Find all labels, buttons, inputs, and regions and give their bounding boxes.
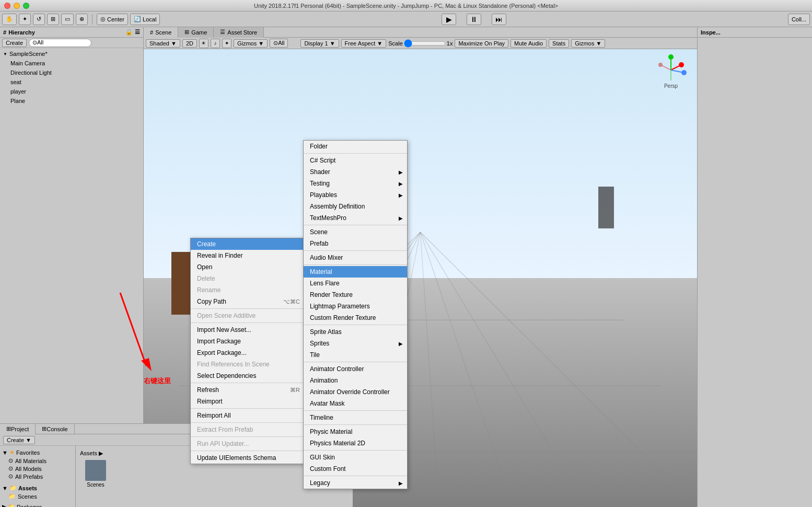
ctx-gui-skin-item[interactable]: GUI Skin	[304, 452, 407, 463]
ctx-playables-item[interactable]: Playables ▶	[304, 189, 407, 201]
ctx-avatar-mask-item[interactable]: Avatar Mask	[304, 398, 407, 409]
ctx-import-new-item[interactable]: Import New Asset...	[191, 324, 312, 336]
hierarchy-item-label: Directional Light	[10, 70, 52, 76]
ctx-animator-override-item[interactable]: Animator Override Controller	[304, 386, 407, 398]
main-toolbar: ✋ ✦ ↺ ⊞ ▭ ⊕ ◎ Center 🔄 Local ▶ ⏸ ⏭ Coll.…	[0, 11, 812, 27]
scenes-asset-item[interactable]: Scenes	[80, 460, 111, 488]
all-prefabs-item[interactable]: ⊙ All Prefabs	[2, 473, 73, 480]
minimize-button[interactable]	[14, 3, 20, 9]
ctx-custom-font-item[interactable]: Custom Font	[304, 463, 407, 475]
ctx-lens-flare-item[interactable]: Lens Flare	[304, 278, 407, 289]
rect-tool[interactable]: ▭	[61, 14, 74, 25]
ctx-export-package-item[interactable]: Export Package...	[191, 347, 312, 359]
move-tool[interactable]: ✦	[19, 14, 31, 25]
project-tab[interactable]: ⊞ Project	[0, 424, 36, 434]
scale-slider[interactable]	[404, 39, 446, 48]
ctx-create-item[interactable]: Create ▶	[191, 238, 312, 250]
audio-icon[interactable]: ♪	[211, 39, 220, 48]
ctx-testing-item[interactable]: Testing ▶	[304, 178, 407, 189]
ctx-select-deps-item[interactable]: Select Dependencies	[191, 370, 312, 382]
ctx-animation-item[interactable]: Animation	[304, 375, 407, 386]
packages-section-header[interactable]: ▶ 📁 Packages	[2, 502, 73, 507]
mute-audio-btn[interactable]: Mute Audio	[511, 39, 547, 48]
collab-button[interactable]: Coll...	[788, 14, 810, 25]
ctx-assembly-def-item[interactable]: Assembly Definition	[304, 201, 407, 212]
all-models-item[interactable]: ⊙ All Models	[2, 465, 73, 473]
ctx-audio-mixer-item[interactable]: Audio Mixer	[304, 252, 407, 263]
close-button[interactable]	[4, 3, 10, 9]
ctx-tile-item[interactable]: Tile	[304, 349, 407, 361]
ctx-physic-mat-item[interactable]: Physic Material	[304, 426, 407, 437]
ctx-scene-item[interactable]: Scene	[304, 226, 407, 238]
ctx-select-deps-label: Select Dependencies	[197, 372, 256, 379]
ctx-copy-path-item[interactable]: Copy Path ⌥⌘C	[191, 296, 312, 307]
project-create-btn[interactable]: Create ▼	[3, 436, 35, 444]
maximize-on-play-btn[interactable]: Maximize On Play	[455, 39, 508, 48]
ctx-sprite-atlas-item[interactable]: Sprite Atlas	[304, 326, 407, 338]
ctx-reimport-item[interactable]: Reimport	[191, 396, 312, 407]
hierarchy-plane-item[interactable]: Plane	[0, 96, 143, 106]
ctx-shader-item[interactable]: Shader ▶	[304, 166, 407, 178]
ctx-textmeshpro-item[interactable]: TextMeshPro ▶	[304, 212, 407, 224]
aspect-dropdown[interactable]: Free Aspect ▼	[341, 39, 387, 48]
hand-tool[interactable]: ✋	[2, 14, 17, 25]
search-all-dropdown[interactable]: ⊙All	[270, 39, 288, 48]
ctx-lightmap-params-item[interactable]: Lightmap Parameters	[304, 301, 407, 312]
ctx-import-package-item[interactable]: Import Package ▶	[191, 336, 312, 347]
hierarchy-scene-item[interactable]: ▼ SampleScene*	[0, 49, 143, 59]
ctx-render-texture-item[interactable]: Render Texture	[304, 289, 407, 301]
ctx-update-ui-item[interactable]: Update UIElements Schema	[191, 452, 312, 464]
rotate-tool[interactable]: ↺	[33, 14, 45, 25]
ctx-custom-render-texture-item[interactable]: Custom Render Texture	[304, 312, 407, 324]
hierarchy-search-input[interactable]	[29, 39, 91, 47]
ctx-refresh-item[interactable]: Refresh ⌘R	[191, 384, 312, 396]
favorites-header[interactable]: ▼ ★ Favorites	[2, 448, 73, 457]
effects-icon[interactable]: ✦	[222, 39, 231, 48]
assets-section-header[interactable]: ▼ 📁 Assets	[2, 483, 73, 492]
ctx-reveal-item[interactable]: Reveal in Finder	[191, 250, 312, 261]
ctx-folder-item[interactable]: Folder	[304, 141, 407, 152]
hierarchy-light-item[interactable]: Directional Light	[0, 68, 143, 77]
ctx-sprites-item[interactable]: Sprites ▶	[304, 338, 407, 349]
gizmos-game-btn[interactable]: Gizmos ▼	[571, 39, 605, 48]
2d-button[interactable]: 2D	[182, 39, 197, 48]
ctx-prefab-item[interactable]: Prefab	[304, 238, 407, 249]
asset-store-tab[interactable]: ☰ Asset Store	[214, 27, 264, 38]
pause-button[interactable]: ⏸	[467, 14, 481, 25]
ctx-reimport-all-item[interactable]: Reimport All	[191, 410, 312, 421]
play-button[interactable]: ▶	[442, 14, 456, 25]
ctx-animator-ctrl-item[interactable]: Animator Controller	[304, 363, 407, 375]
game-tab-label: Game	[191, 29, 207, 36]
ctx-sep-1	[191, 308, 312, 309]
window-controls[interactable]	[4, 3, 29, 9]
scenes-folder-item[interactable]: 📁 Scenes	[2, 492, 73, 500]
hierarchy-seat-item[interactable]: seat	[0, 77, 143, 87]
ctx-right-sep-5	[304, 325, 407, 325]
display-dropdown[interactable]: Display 1 ▼	[300, 39, 339, 48]
console-tab[interactable]: ⊞ Console	[36, 424, 74, 434]
scale-tool[interactable]: ⊞	[47, 14, 59, 25]
center-button[interactable]: ◎ Center	[97, 14, 128, 25]
ctx-open-item[interactable]: Open	[191, 261, 312, 273]
transform-tool[interactable]: ⊕	[76, 14, 88, 25]
shading-dropdown[interactable]: Shaded ▼	[146, 39, 180, 48]
local-button[interactable]: 🔄 Local	[130, 14, 160, 25]
hierarchy-create-btn[interactable]: Create	[2, 39, 27, 47]
ctx-material-item[interactable]: Material	[304, 266, 407, 278]
step-button[interactable]: ⏭	[492, 14, 506, 25]
hierarchy-player-item[interactable]: player	[0, 87, 143, 96]
scene-tab[interactable]: # Scene	[144, 27, 178, 38]
stats-btn[interactable]: Stats	[549, 39, 569, 48]
all-materials-item[interactable]: ⊙ All Materials	[2, 457, 73, 465]
ctx-physics-mat-2d-item[interactable]: Physics Material 2D	[304, 437, 407, 449]
ctx-csharp-item[interactable]: C# Script	[304, 155, 407, 166]
maximize-button[interactable]	[23, 3, 29, 9]
ctx-timeline-item[interactable]: Timeline	[304, 412, 407, 423]
svg-point-16	[679, 62, 684, 67]
lighting-icon[interactable]: ☀	[199, 39, 208, 48]
gizmos-dropdown[interactable]: Gizmos ▼	[234, 39, 268, 48]
ctx-legacy-item[interactable]: Legacy ▶	[304, 477, 407, 489]
scale-icon: ⊞	[51, 16, 55, 22]
game-tab[interactable]: ⊞ Game	[178, 27, 214, 38]
hierarchy-camera-item[interactable]: Main Camera	[0, 59, 143, 68]
